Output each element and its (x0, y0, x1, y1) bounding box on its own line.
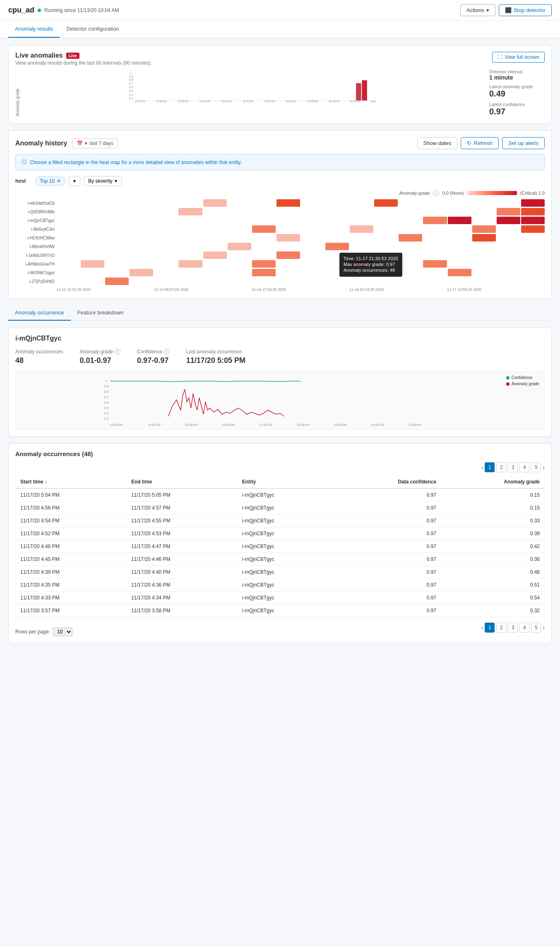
view-full-screen-button[interactable]: ⛶ View full screen (492, 52, 545, 63)
heatmap-cell[interactable] (521, 199, 545, 207)
tab-anomaly-results[interactable]: Anomaly results (8, 21, 60, 38)
refresh-button[interactable]: ↻ Refresh (461, 137, 499, 149)
cell-confidence: 0.97 (332, 592, 441, 604)
heatmap-cell[interactable] (497, 208, 520, 215)
heatmap-cell[interactable] (521, 217, 545, 224)
heatmap-cell[interactable] (472, 225, 496, 233)
chevron-down-icon-severity: ▾ (115, 178, 117, 184)
show-dates-button[interactable]: Show dates (417, 137, 458, 149)
prev-page-bottom[interactable]: ‹ (481, 624, 483, 631)
col-grade[interactable]: Anomaly grade (441, 476, 545, 488)
sub-tab-anomaly-occurrence[interactable]: Anomaly occurrence (8, 305, 71, 321)
heatmap-cell (154, 234, 178, 242)
heatmap-cell[interactable] (276, 251, 300, 259)
rows-per-page-select[interactable]: 10 25 50 (53, 627, 72, 636)
heatmap-cell[interactable] (448, 217, 471, 224)
heatmap-cell (56, 243, 80, 250)
page-2-bottom[interactable]: 2 (496, 623, 506, 633)
remove-top10-filter[interactable]: ✕ (57, 178, 61, 184)
grade-min-label: 0.0 (None) (442, 191, 464, 196)
severity-dropdown[interactable]: By severity ▾ (84, 176, 122, 186)
heatmap-cell (178, 278, 202, 285)
heatmap-cell[interactable] (81, 260, 104, 268)
col-entity[interactable]: Entity (237, 476, 332, 488)
heatmap-cell[interactable] (105, 278, 129, 285)
heatmap-cell (105, 199, 129, 207)
heatmap-cell[interactable] (203, 199, 227, 207)
svg-text:14:05:00: 14:05:00 (307, 100, 318, 102)
page-3-top[interactable]: 3 (508, 462, 518, 472)
prev-page-top[interactable]: ‹ (481, 464, 483, 471)
stop-detector-button[interactable]: ⬛ Stop detector (499, 4, 552, 16)
page-5-bottom[interactable]: 5 (531, 623, 541, 633)
heatmap-cell[interactable] (423, 217, 447, 224)
heatmap-cell[interactable] (448, 269, 471, 276)
confidence-info-icon[interactable]: i (164, 349, 170, 355)
heatmap-cell[interactable] (130, 269, 153, 276)
heatmap-cell[interactable] (276, 234, 300, 242)
page-2-top[interactable]: 2 (496, 462, 506, 472)
heatmap-cell[interactable] (325, 243, 349, 250)
heatmap-cell (276, 269, 300, 276)
next-page-top[interactable]: › (543, 464, 545, 471)
heatmap-cell (301, 208, 324, 215)
entity-dropdown[interactable]: ▾ (69, 176, 80, 186)
heatmap-cell (252, 243, 276, 250)
heatmap-cell (423, 243, 447, 250)
heatmap-x-label: 11-11 22:31:25 2020 (56, 287, 154, 292)
latest-grade-label: Latest anomaly grade (489, 84, 545, 89)
heatmap-cell (399, 208, 422, 215)
col-start-time[interactable]: Start time ↓ (15, 476, 126, 488)
heatmap-cell[interactable] (252, 269, 276, 276)
tab-detector-config[interactable]: Detector configuration (60, 21, 125, 38)
heatmap-cell[interactable] (228, 243, 251, 250)
cell-confidence: 0.97 (332, 604, 441, 617)
heatmap-cell (325, 225, 349, 233)
info-icon-grade[interactable]: i (433, 190, 439, 196)
heatmap-cell[interactable] (178, 260, 202, 268)
cell-entity: i-mQjnCBTgyc (237, 592, 332, 604)
heatmap-cell[interactable] (252, 260, 276, 268)
sub-tab-feature-breakdown[interactable]: Feature breakdown (71, 305, 130, 321)
heatmap-cell (105, 208, 129, 215)
heatmap-cell[interactable] (497, 217, 520, 224)
setup-alerts-button[interactable]: Set up alerts (502, 137, 545, 149)
heatmap-cell[interactable] (374, 199, 398, 207)
heatmap-cell (130, 234, 153, 242)
anomaly-history-card: Anomaly history 📅 ▾ last 7 days Show dat… (8, 130, 552, 299)
page-5-top[interactable]: 5 (531, 462, 541, 472)
grade-info-icon[interactable]: i (115, 349, 120, 355)
heatmap-cell[interactable] (423, 260, 447, 268)
col-end-time[interactable]: End time (126, 476, 237, 488)
heatmap-cell[interactable] (203, 251, 227, 259)
live-anomalies-title: Live anomalies Live (15, 52, 152, 59)
heatmap-cell[interactable] (350, 225, 373, 233)
grade-bar (467, 191, 517, 195)
heatmap-cell (423, 199, 447, 207)
page-4-bottom[interactable]: 4 (519, 623, 529, 633)
heatmap-cell (301, 234, 324, 242)
page-1-bottom[interactable]: 1 (485, 623, 495, 633)
cell-end: 11/17/20 4:34 PM (126, 592, 237, 604)
heatmap-cell (276, 225, 300, 233)
heatmap-cell[interactable] (521, 208, 545, 215)
page-4-top[interactable]: 4 (519, 462, 529, 472)
heatmap-cell[interactable] (399, 234, 422, 242)
heatmap-cell[interactable] (350, 260, 373, 268)
status-text: Running since 11/13/20 10:04 AM (44, 7, 119, 13)
heatmap-cell[interactable] (521, 225, 545, 233)
date-range-button[interactable]: 📅 ▾ last 7 days (72, 138, 118, 148)
actions-button[interactable]: Actions ▾ (460, 4, 495, 16)
heatmap-cell (81, 199, 104, 207)
heatmap-cell[interactable] (252, 225, 276, 233)
heatmap-cell[interactable] (472, 234, 496, 242)
next-page-bottom[interactable]: › (543, 624, 545, 631)
heatmap-cells (56, 208, 545, 215)
heatmap-cell[interactable] (276, 199, 300, 207)
col-confidence[interactable]: Data confidence (332, 476, 441, 488)
heatmap-cell[interactable] (178, 208, 202, 215)
page-1-top[interactable]: 1 (485, 462, 495, 472)
heatmap-cell (203, 243, 227, 250)
page-3-bottom[interactable]: 3 (508, 623, 518, 633)
grade-stat-label: Anomaly grade i (79, 349, 120, 355)
